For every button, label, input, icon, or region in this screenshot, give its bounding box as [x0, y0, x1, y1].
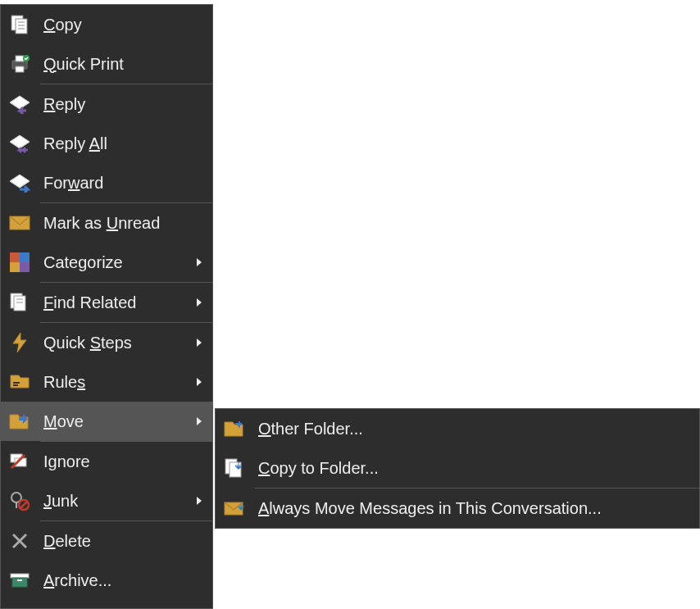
- submenu-arrow-icon: [196, 416, 202, 426]
- submenu-item-copy-folder[interactable]: Copy to Folder...: [216, 448, 699, 488]
- ignore-label: Ignore: [43, 452, 212, 471]
- always-move-label: Always Move Messages in This Conversatio…: [258, 499, 699, 518]
- categorize-icon: [7, 250, 32, 275]
- move-icon: [7, 409, 32, 434]
- menu-item-rules[interactable]: Rules: [1, 362, 212, 402]
- menu-item-move[interactable]: Move: [1, 402, 212, 441]
- rules-label: Rules: [43, 373, 212, 392]
- submenu-arrow-icon: [196, 257, 202, 267]
- move-submenu: Other Folder...Copy to Folder...Always M…: [215, 408, 700, 529]
- menu-item-quick-print[interactable]: Quick Print: [1, 44, 212, 84]
- submenu-item-other-folder[interactable]: Other Folder...: [216, 409, 699, 448]
- other-folder-label: Other Folder...: [258, 420, 699, 439]
- submenu-arrow-icon: [196, 377, 202, 387]
- submenu-arrow-icon: [196, 338, 202, 348]
- delete-label: Delete: [43, 532, 212, 551]
- mark-unread-icon: [7, 211, 32, 235]
- svg-rect-11: [20, 252, 30, 262]
- submenu-arrow-icon: [196, 496, 202, 506]
- copy-folder-icon: [222, 456, 247, 480]
- svg-rect-28: [11, 574, 29, 578]
- menu-item-junk[interactable]: Junk: [1, 481, 212, 520]
- svg-rect-13: [20, 262, 30, 272]
- move-label: Move: [43, 412, 212, 431]
- other-folder-icon: [222, 416, 247, 441]
- menu-item-quick-steps[interactable]: Quick Steps: [1, 323, 212, 362]
- menu-item-reply[interactable]: Reply: [1, 84, 212, 124]
- junk-icon: [7, 489, 32, 513]
- archive-icon: [7, 568, 32, 593]
- svg-rect-12: [10, 262, 20, 272]
- menu-item-copy[interactable]: Copy: [1, 5, 212, 44]
- find-related-icon: [7, 290, 32, 315]
- reply-icon: [7, 92, 32, 116]
- ignore-icon: [7, 449, 32, 474]
- rules-icon: [7, 370, 32, 394]
- submenu-item-always-move[interactable]: Always Move Messages in This Conversatio…: [216, 489, 699, 528]
- junk-label: Junk: [43, 492, 212, 511]
- svg-rect-15: [14, 296, 25, 311]
- menu-item-delete[interactable]: Delete: [1, 521, 212, 561]
- reply-label: Reply: [43, 95, 212, 114]
- forward-label: Forward: [43, 174, 212, 193]
- svg-rect-6: [16, 56, 24, 61]
- reply-all-label: Reply All: [43, 134, 212, 153]
- menu-item-forward[interactable]: Forward: [1, 163, 212, 202]
- svg-rect-7: [16, 66, 24, 72]
- forward-icon: [7, 170, 32, 195]
- svg-rect-32: [230, 462, 241, 477]
- menu-item-reply-all[interactable]: Reply All: [1, 124, 212, 163]
- copy-icon: [7, 12, 32, 37]
- quick-steps-label: Quick Steps: [43, 334, 212, 352]
- svg-line-25: [20, 502, 27, 508]
- reply-all-icon: [7, 131, 32, 156]
- always-move-icon: [222, 496, 247, 520]
- svg-rect-19: [13, 384, 18, 386]
- context-menu: CopyQuick PrintReplyReply AllForwardMark…: [0, 4, 213, 609]
- archive-label: Archive...: [43, 571, 212, 590]
- menu-item-mark-unread[interactable]: Mark as Unread: [1, 203, 212, 243]
- submenu-arrow-icon: [196, 298, 202, 307]
- categorize-label: Categorize: [43, 253, 212, 272]
- delete-icon: [7, 529, 32, 553]
- copy-label: Copy: [43, 16, 212, 34]
- copy-folder-label: Copy to Folder...: [258, 459, 699, 478]
- menu-item-categorize[interactable]: Categorize: [1, 243, 212, 282]
- svg-rect-1: [16, 19, 27, 34]
- svg-rect-30: [17, 579, 22, 581]
- svg-rect-18: [13, 382, 20, 384]
- svg-rect-10: [10, 252, 20, 262]
- menu-item-archive[interactable]: Archive...: [1, 561, 212, 600]
- quick-steps-icon: [7, 330, 32, 355]
- quick-print-icon: [7, 52, 32, 76]
- mark-unread-label: Mark as Unread: [43, 214, 212, 233]
- quick-print-label: Quick Print: [43, 55, 212, 74]
- menu-item-ignore[interactable]: Ignore: [1, 442, 212, 481]
- find-related-label: Find Related: [43, 293, 212, 312]
- svg-rect-29: [12, 578, 27, 587]
- menu-item-find-related[interactable]: Find Related: [1, 283, 212, 322]
